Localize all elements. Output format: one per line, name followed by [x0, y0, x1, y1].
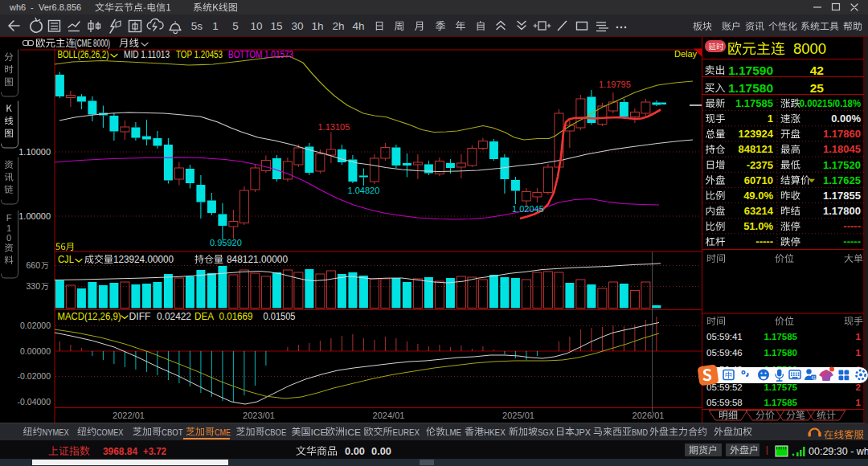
svg-text:-0.02000: -0.02000 [18, 371, 51, 381]
svg-text:1: 1 [6, 223, 11, 233]
svg-text:EUREX: EUREX [393, 427, 420, 437]
svg-text:330: 330 [26, 281, 40, 291]
svg-text:CJL: CJL [58, 254, 74, 265]
svg-text:1.17580: 1.17580 [764, 348, 797, 358]
svg-text:848121: 848121 [739, 143, 773, 155]
svg-text:1: 1 [856, 348, 862, 358]
svg-text:1.13105: 1.13105 [318, 122, 350, 132]
svg-text:2022/01: 2022/01 [113, 411, 145, 420]
svg-text:-2375: -2375 [747, 159, 773, 171]
svg-text:1: 1 [768, 112, 773, 125]
svg-text:42: 42 [810, 63, 824, 77]
svg-text:8000: 8000 [793, 40, 826, 57]
svg-text:2023/01: 2023/01 [243, 411, 275, 420]
svg-text:COMEX: COMEX [96, 427, 124, 437]
svg-text:CME: CME [215, 427, 231, 437]
svg-text:ICE: ICE [311, 427, 327, 437]
svg-text:4h: 4h [352, 20, 364, 32]
svg-text:CBOE: CBOE [265, 427, 287, 437]
svg-text:-----: ----- [843, 235, 861, 247]
svg-text:+3.72: +3.72 [143, 446, 166, 457]
svg-text:0.00%: 0.00% [831, 112, 861, 125]
svg-text:1.18045: 1.18045 [823, 143, 861, 155]
svg-text:BOLL(26,26,2): BOLL(26,26,2) [58, 49, 109, 60]
svg-text:wh6: wh6 [9, 2, 26, 12]
svg-text:1.17625: 1.17625 [823, 174, 861, 186]
svg-text:1.17860: 1.17860 [823, 128, 861, 140]
svg-text:1.17585: 1.17585 [735, 97, 773, 109]
svg-text:1.00000: 1.00000 [18, 211, 51, 221]
svg-text:00:29:30 - wh: 00:29:30 - wh [809, 446, 868, 457]
svg-text:25: 25 [810, 81, 825, 95]
svg-text:1: 1 [856, 398, 862, 407]
svg-text:1.17575: 1.17575 [764, 382, 797, 392]
svg-text:1.17800: 1.17800 [823, 205, 861, 217]
svg-text:F: F [6, 213, 12, 223]
svg-text:123924: 123924 [739, 128, 774, 140]
svg-text:848121.00000: 848121.00000 [227, 254, 288, 265]
svg-text:Ver6.8.856: Ver6.8.856 [39, 2, 81, 12]
svg-text:0.00: 0.00 [371, 446, 391, 457]
svg-text:(CME 8000): (CME 8000) [75, 38, 110, 49]
svg-text:1.17590: 1.17590 [728, 63, 773, 77]
svg-text:MACD(12,26,9): MACD(12,26,9) [58, 311, 121, 322]
svg-text:JPX: JPX [575, 427, 591, 437]
svg-text:ICE: ICE [345, 427, 361, 437]
svg-text:1h: 1h [311, 20, 323, 32]
svg-text:0.02000: 0.02000 [20, 321, 51, 330]
svg-text:2026/01: 2026/01 [633, 411, 665, 420]
svg-text:HKEX: HKEX [484, 427, 506, 437]
svg-text:660: 660 [26, 260, 40, 270]
svg-text:1.17855: 1.17855 [823, 190, 861, 202]
svg-text:5: 5 [232, 20, 239, 32]
svg-text:63214: 63214 [744, 205, 774, 217]
svg-text:3968.84: 3968.84 [103, 446, 137, 457]
svg-text:2025/01: 2025/01 [502, 411, 534, 420]
svg-text:CBOT: CBOT [162, 427, 183, 437]
svg-text:1: 1 [856, 332, 862, 341]
svg-text:60710: 60710 [744, 174, 773, 186]
svg-text:05:59:46: 05:59:46 [706, 348, 743, 358]
svg-text:0.01669: 0.01669 [219, 311, 253, 322]
svg-text:NYMEX: NYMEX [43, 427, 70, 437]
svg-text:0.00000: 0.00000 [20, 346, 51, 356]
svg-text:SGX: SGX [538, 427, 554, 437]
svg-text:0.01505: 0.01505 [264, 311, 296, 322]
svg-text:-----: ----- [755, 235, 773, 247]
svg-text:BOTTOM 1.01573: BOTTOM 1.01573 [228, 49, 293, 60]
svg-text:1.17585: 1.17585 [764, 332, 797, 341]
svg-text:-----: ----- [843, 220, 861, 232]
svg-text:123924.00000: 123924.00000 [113, 254, 174, 265]
svg-text:Delay: Delay [674, 49, 698, 59]
svg-text:49.0%: 49.0% [743, 190, 773, 202]
svg-text:15: 15 [270, 20, 282, 32]
svg-text:0.02422: 0.02422 [157, 311, 191, 322]
svg-text:DEA: DEA [194, 311, 214, 322]
svg-text:DIFF: DIFF [129, 311, 151, 322]
svg-text:1.19795: 1.19795 [599, 80, 631, 89]
svg-text:MID 1.11013: MID 1.11013 [124, 49, 170, 60]
svg-text:1.02045: 1.02045 [512, 204, 544, 214]
svg-text:0.00: 0.00 [345, 446, 365, 457]
svg-text:0.95920: 0.95920 [210, 238, 242, 247]
svg-text:1.17520: 1.17520 [823, 159, 861, 171]
svg-text:5s: 5s [191, 20, 203, 32]
svg-text:30: 30 [291, 20, 303, 32]
svg-text:1.04820: 1.04820 [348, 186, 380, 195]
svg-text:2h: 2h [332, 20, 344, 32]
svg-text:LME: LME [445, 427, 461, 437]
svg-text:61: 61 [812, 376, 817, 380]
svg-text:05:59:58: 05:59:58 [706, 398, 743, 407]
svg-text:-: - [31, 2, 34, 12]
svg-text:2024/01: 2024/01 [373, 411, 405, 420]
svg-text:51.0%: 51.0% [743, 220, 773, 232]
svg-text:1.17585: 1.17585 [764, 398, 797, 407]
svg-text:10: 10 [250, 20, 262, 32]
svg-text:-0.04000: -0.04000 [18, 397, 51, 407]
svg-text:TOP 1.20453: TOP 1.20453 [176, 49, 223, 60]
svg-text:2: 2 [856, 382, 861, 392]
svg-text:-0.00215/0.18%: -0.00215/0.18% [796, 97, 861, 109]
svg-text:05:59:41: 05:59:41 [706, 332, 743, 341]
svg-text:BMD: BMD [632, 427, 648, 437]
svg-text:0: 0 [6, 233, 11, 243]
